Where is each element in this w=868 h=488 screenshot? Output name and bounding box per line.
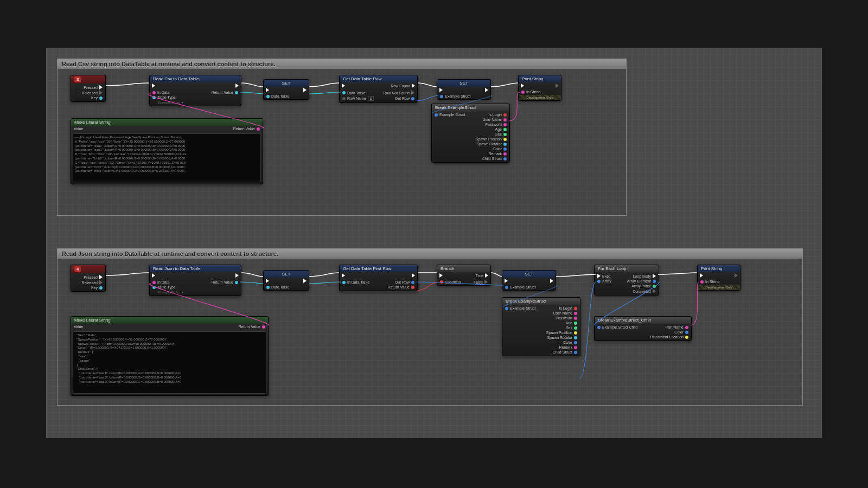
read-csv-node[interactable]: Read Csv to Data Table In Data Return Va… [149,75,241,106]
pin-in-string[interactable]: In String [526,90,540,94]
break-title-1: Break ExampleStruct [435,105,476,110]
break-struct-child[interactable]: Break ExampleStruct_Child Example Struct… [594,316,692,341]
set2-title: SET [459,81,468,86]
get-first-row-node[interactable]: Get Data Table First Row In Data Table O… [339,265,418,291]
pin-struct-in[interactable]: Example Struct [439,113,465,117]
get-data-table-row[interactable]: Get Data Table Row Row Found Data Table … [339,75,418,103]
print-title-1: Print String [522,76,544,81]
print-string-2[interactable]: Print String In String Development Only [697,265,741,291]
pin-example-struct[interactable]: Example Struct [445,94,470,98]
read-json-title: Read Json to Data Table [153,266,200,271]
set-node-2[interactable]: SET Example Struct [437,79,491,100]
set1-title: SET [282,81,291,86]
key-badge-1: 3 [74,76,81,82]
pin-released[interactable]: Released [81,91,98,95]
for-each-loop-node[interactable]: For Each Loop ExecLoop Body ArrayArray E… [594,265,659,296]
read-json-node[interactable]: Read Json to Data Table In Data Return V… [149,265,241,296]
exec-in[interactable] [152,84,155,88]
pin-value: Value [74,127,83,131]
pin-return-value-literal[interactable]: Return Value [233,127,255,131]
get-first-title: Get Data Table First Row [343,266,391,271]
pin-data-table[interactable]: Data Table [271,94,289,98]
pin-return-value[interactable]: Return Value [212,91,233,94]
set-node-3[interactable]: SET Data Table [263,270,309,291]
input-event-node-2[interactable]: 4 Pressed Released Key [71,265,106,292]
read-csv-title: Read Csv to Data Table [153,76,199,81]
branch-node[interactable]: Branch True Condition False [437,265,491,286]
set-node-1[interactable]: SET Data Table [263,79,309,100]
pin-row-not-found[interactable]: Row Not Found [383,91,410,95]
pin-in-data[interactable]: In Data [157,91,170,94]
exec-out[interactable] [235,84,239,88]
key-badge-2: 4 [74,266,81,272]
get-row-title: Get Data Table Row [343,76,381,81]
literal-textarea-2[interactable]: "Sex": "Male", "SpawnPosition": "(X=25.0… [73,331,266,394]
table-type-dropdown[interactable]: Example Struct [158,101,180,104]
pin-table-type[interactable]: Table Type [157,95,176,99]
input-event-node-1[interactable]: 3 Pressed Released Key [71,75,106,102]
section-csv-title: Read Csv string into DataTable at runtim… [58,59,626,69]
section-json-title: Read Json string into DataTable at runti… [58,249,802,259]
make-literal-string-2[interactable]: Make Literal String Value Return Value "… [71,316,269,396]
dev-only-badge: Development Only [519,95,561,100]
print-string-1[interactable]: Print String In String Development Only [518,75,561,101]
blueprint-canvas[interactable]: Read Csv string into DataTable at runtim… [46,48,822,438]
row-name-input[interactable]: c [368,96,374,101]
literal-title-1: Make Literal String [74,120,111,125]
make-literal-string-1[interactable]: Make Literal String Value Return Value -… [71,118,263,184]
pin-key[interactable]: Key [91,96,98,100]
pin-row-name[interactable]: Row Name [347,97,366,100]
pin-data-table-in[interactable]: Data Table [347,91,365,95]
break-child-title: Break ExampleStruct_Child [598,318,651,323]
set-node-4[interactable]: SET Example Struct [502,270,556,291]
break-struct-1[interactable]: Break ExampleStruct Example StructIs Log… [431,104,510,163]
literal-textarea-1[interactable]: ----,bIsLogin,UserName,Password,Age,Sex,… [73,133,261,182]
break-struct-2[interactable]: Break ExampleStruct Example StructIs Log… [502,297,580,356]
foreach-title: For Each Loop [598,266,626,271]
pin-pressed[interactable]: Pressed [84,86,98,89]
branch-title: Branch [441,266,454,271]
pin-out-row[interactable]: Out Row [395,97,410,100]
